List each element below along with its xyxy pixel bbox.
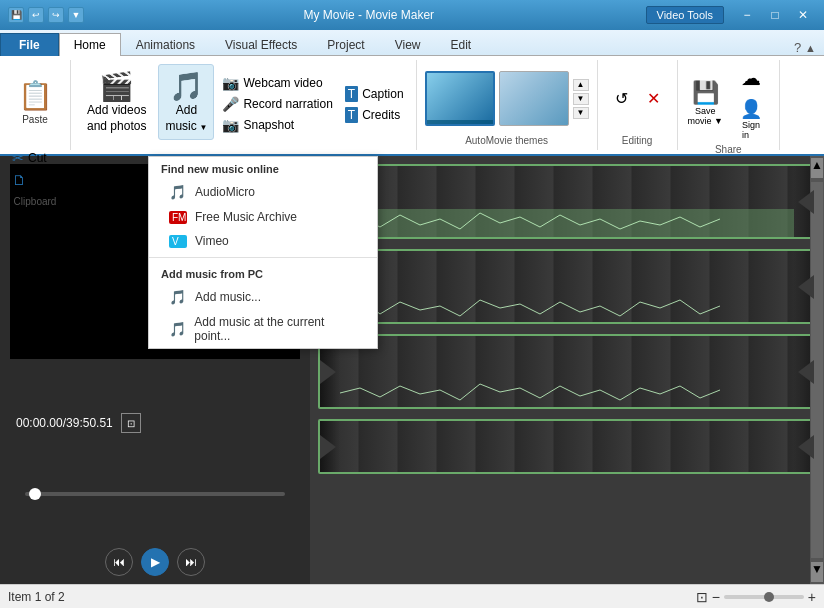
copy-button[interactable]: 🗋 Copy (8, 170, 62, 190)
tab-edit[interactable]: Edit (435, 33, 486, 56)
dropdown-sep (149, 257, 377, 258)
cloud-icon: ☁ (741, 66, 761, 90)
next-frame-button[interactable]: ⏭ (177, 548, 205, 576)
theme-thumbnail-1[interactable] (425, 71, 495, 126)
save-movie-button[interactable]: 💾 Savemovie ▼ (686, 78, 725, 128)
window-controls[interactable]: − □ ✕ (734, 5, 816, 25)
automovie-label: AutoMovie themes (425, 133, 589, 146)
delete-button[interactable]: ✕ (639, 85, 667, 113)
rotate-left-button[interactable]: ↺ (607, 85, 635, 113)
title-bar-quick-access[interactable]: 💾 ↩ ↪ ▼ (8, 7, 84, 23)
zoom-slider[interactable] (724, 595, 804, 599)
themes-row: ▲ ▼ ▼ (425, 64, 589, 133)
scrubber[interactable] (25, 492, 285, 496)
audiomicro-label: AudioMicro (195, 185, 255, 199)
copy-icon: 🗋 (12, 172, 26, 188)
film-icon: 🎬 (99, 70, 134, 103)
audiomicro-item[interactable]: 🎵 AudioMicro (149, 179, 377, 205)
webcam-label: Webcam video (243, 76, 322, 90)
clipboard-content: 📋 Paste ✂ Cut 🗋 Copy (8, 64, 62, 194)
ribbon: 📋 Paste ✂ Cut 🗋 Copy Clipboard (0, 56, 824, 156)
tab-visual-effects[interactable]: Visual Effects (210, 33, 312, 56)
theme-scroll-up[interactable]: ▲ (573, 79, 589, 91)
credits-button[interactable]: T Credits (341, 105, 408, 125)
title-bar: 💾 ↩ ↪ ▼ My Movie - Movie Maker Video Too… (0, 0, 824, 30)
clip-arrow-right-1 (798, 190, 814, 214)
scrollbar-up[interactable]: ▲ (811, 158, 823, 178)
play-button[interactable]: ▶ (141, 548, 169, 576)
waveform-3 (340, 379, 794, 407)
tab-animations[interactable]: Animations (121, 33, 210, 56)
timeline-clip-1[interactable] (318, 164, 816, 239)
free-music-item[interactable]: FM Free Music Archive (149, 205, 377, 229)
credits-icon: T (345, 107, 358, 123)
snapshot-label: Snapshot (243, 118, 294, 132)
clip-arrow-right-4 (798, 435, 814, 459)
webcam-narration-col: 📷 Webcam video 🎤 Record narration 📷 Snap… (218, 64, 336, 144)
free-music-icon: FM (169, 211, 187, 224)
timeline-area[interactable]: ▲ ▼ (310, 156, 824, 584)
tab-view[interactable]: View (380, 33, 436, 56)
expand-preview-button[interactable]: ⊡ (121, 413, 141, 433)
paste-button[interactable]: 📋 Paste (10, 64, 60, 140)
save-movie-icon: 💾 (692, 80, 719, 106)
theme-scroll-down[interactable]: ▼ (573, 107, 589, 119)
cut-button[interactable]: ✂ Cut (8, 148, 62, 168)
add-music-button[interactable]: 🎵 Add music ▼ (158, 64, 214, 140)
dropdown-arrow: ▼ (200, 123, 208, 132)
help-icon[interactable]: ? (794, 40, 801, 55)
add-music-dropdown: Find new music online 🎵 AudioMicro FM Fr… (148, 156, 378, 349)
free-music-label: Free Music Archive (195, 210, 297, 224)
vimeo-icon: V (169, 235, 187, 248)
add-videos-button[interactable]: 🎬 Add videos and photos (79, 64, 154, 140)
narration-button[interactable]: 🎤 Record narration (218, 94, 336, 114)
add-videos-label: Add videos and photos (87, 103, 146, 134)
share-icons: 💾 Savemovie ▼ ☁ 👤 Signin (686, 64, 771, 142)
timeline-clip-4[interactable] (318, 419, 816, 474)
expand-ribbon-icon[interactable]: ▲ (805, 42, 816, 54)
timeline-clip-3[interactable] (318, 334, 816, 409)
add-music-item-label: Add music... (195, 290, 261, 304)
tab-project[interactable]: Project (312, 33, 379, 56)
cut-copy-col: ✂ Cut 🗋 Copy (8, 144, 62, 194)
theme-thumbnail-2[interactable] (499, 71, 569, 126)
snapshot-button[interactable]: 📷 Snapshot (218, 115, 336, 135)
zoom-in-button[interactable]: + (808, 589, 816, 605)
ribbon-tabs: File Home Animations Visual Effects Proj… (0, 30, 824, 56)
scrollbar-down[interactable]: ▼ (811, 562, 823, 582)
vimeo-item[interactable]: V Vimeo (149, 229, 377, 253)
zoom-out-button[interactable]: − (712, 589, 720, 605)
video-tools-badge: Video Tools (646, 6, 724, 24)
editing-icons: ↺ ✕ (607, 64, 667, 133)
save-quick-icon[interactable]: 💾 (8, 7, 24, 23)
theme-scroll-middle[interactable]: ▼ (573, 93, 589, 105)
customize-icon[interactable]: ▼ (68, 7, 84, 23)
caption-label: Caption (362, 87, 403, 101)
tab-home[interactable]: Home (59, 33, 121, 56)
zoom-thumb[interactable] (764, 592, 774, 602)
undo-icon[interactable]: ↩ (28, 7, 44, 23)
webcam-button[interactable]: 📷 Webcam video (218, 73, 336, 93)
sign-in-button[interactable]: 👤 Signin (733, 96, 769, 142)
status-icon-1[interactable]: ⊡ (696, 589, 708, 605)
timeline-clip-2[interactable] (318, 249, 816, 324)
ribbon-help[interactable]: ? ▲ (794, 40, 824, 55)
close-button[interactable]: ✕ (790, 5, 816, 25)
prev-frame-button[interactable]: ⏮ (105, 548, 133, 576)
status-bar-right: ⊡ − + (696, 589, 816, 605)
caption-button[interactable]: T Caption (341, 84, 408, 104)
microphone-icon: 🎤 (222, 96, 239, 112)
add-music-item[interactable]: 🎵 Add music... (149, 284, 377, 310)
add-music-at-point-item[interactable]: 🎵 Add music at the current point... (149, 310, 377, 348)
tab-file[interactable]: File (0, 33, 59, 56)
add-at-point-icon: 🎵 (169, 321, 186, 337)
scrubber-thumb[interactable] (29, 488, 41, 500)
maximize-button[interactable]: □ (762, 5, 788, 25)
cloud-button[interactable]: ☁ (731, 64, 771, 94)
copy-label: Copy (30, 173, 58, 187)
add-music-item-icon: 🎵 (169, 289, 187, 305)
redo-icon[interactable]: ↪ (48, 7, 64, 23)
waveform-2 (340, 294, 794, 322)
minimize-button[interactable]: − (734, 5, 760, 25)
add-at-point-label: Add music at the current point... (194, 315, 357, 343)
